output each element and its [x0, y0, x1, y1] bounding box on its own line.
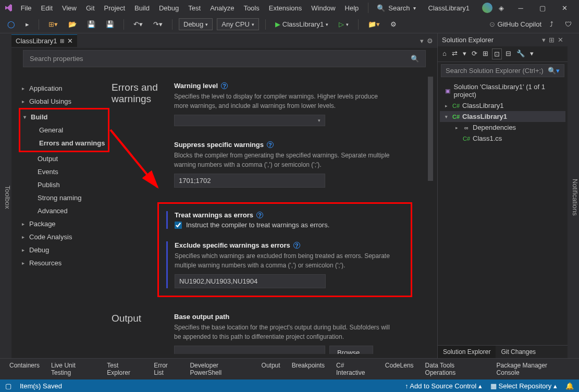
nav-publish[interactable]: Publish: [19, 178, 109, 191]
browse-button[interactable]: Browse...: [329, 346, 373, 354]
copilot-button[interactable]: ⊙GitHub Copilot: [489, 20, 541, 28]
tab-data-tools[interactable]: Data Tools Operations: [420, 360, 490, 378]
panel-close-icon[interactable]: ✕: [558, 36, 563, 44]
tab-test-explorer[interactable]: Test Explorer: [102, 360, 147, 378]
admin-button[interactable]: 🛡: [562, 18, 575, 30]
nav-global-usings[interactable]: Global Usings: [19, 95, 109, 108]
search-properties-input[interactable]: Search properties 🔍: [23, 50, 426, 67]
se-search[interactable]: Search Solution Explorer (Ctrl+;) 🔍▾: [441, 64, 564, 77]
tab-codelens[interactable]: CodeLens: [380, 360, 419, 378]
tree-dependencies[interactable]: ▸ ∞ Dependencies: [440, 122, 565, 133]
nav-errors-warnings[interactable]: Errors and warnings: [20, 137, 108, 150]
info-icon[interactable]: ?: [293, 242, 300, 249]
panel-pin-icon[interactable]: ⊞: [549, 36, 555, 44]
menu-window[interactable]: Window: [307, 2, 339, 14]
tree-solution[interactable]: ▣ Solution 'ClassLibrary1' (1 of 1 proje…: [440, 81, 565, 100]
menu-analyze[interactable]: Analyze: [206, 2, 238, 14]
undo-button[interactable]: ↶▾: [130, 18, 146, 30]
menu-git[interactable]: Git: [82, 2, 99, 14]
tab-pmc[interactable]: Package Manager Console: [491, 360, 575, 378]
nav-code-analysis[interactable]: Code Analysis: [19, 230, 109, 243]
close-button[interactable]: ✕: [554, 1, 575, 15]
back-button[interactable]: ◯: [4, 18, 18, 30]
se-toolbar-btn[interactable]: ▾: [461, 48, 468, 59]
start-button[interactable]: ▶ ClassLibrary1 ▾: [272, 19, 331, 30]
se-sync-icon[interactable]: ⟳: [470, 48, 479, 59]
status-bell-icon[interactable]: 🔔: [565, 382, 574, 390]
base-output-input[interactable]: [174, 346, 325, 354]
nav-debug[interactable]: Debug: [19, 243, 109, 256]
menu-debug[interactable]: Debug: [155, 2, 183, 14]
status-add-source-control[interactable]: ↑ Add to Source Control ▴: [405, 382, 482, 390]
se-showall-icon[interactable]: ⊡: [492, 48, 502, 59]
menu-extensions[interactable]: Extensions: [265, 2, 306, 14]
redo-button[interactable]: ↷▾: [150, 18, 166, 30]
treat-checkbox[interactable]: [175, 222, 182, 229]
nav-events[interactable]: Events: [19, 165, 109, 178]
nav-package[interactable]: Package: [19, 217, 109, 230]
exclude-input[interactable]: [175, 274, 326, 288]
doc-tab-classlibrary1[interactable]: ClassLibrary1 ⊞ ✕: [11, 34, 77, 47]
tab-containers[interactable]: Containers: [4, 360, 45, 378]
start-no-debug-button[interactable]: ▷ ▾: [336, 19, 352, 30]
menu-file[interactable]: File: [17, 2, 36, 14]
menu-project[interactable]: Project: [100, 2, 129, 14]
menu-edit[interactable]: Edit: [37, 2, 57, 14]
menu-help[interactable]: Help: [341, 2, 363, 14]
tab-live-unit-testing[interactable]: Live Unit Testing: [46, 360, 101, 378]
se-home-icon[interactable]: ⌂: [441, 48, 448, 59]
tab-output[interactable]: Output: [256, 360, 286, 378]
panel-dropdown-icon[interactable]: ▾: [542, 36, 546, 44]
se-more-icon[interactable]: ▾: [528, 48, 535, 59]
toolbox-tab[interactable]: Toolbox: [4, 186, 11, 209]
nav-output[interactable]: Output: [19, 152, 109, 165]
scrollbar[interactable]: [428, 77, 433, 181]
new-project-button[interactable]: ⊞▾: [45, 18, 61, 30]
pin-icon[interactable]: ⊞: [60, 38, 64, 44]
folder-button[interactable]: 📁▾: [365, 18, 383, 30]
nav-strong-naming[interactable]: Strong naming: [19, 191, 109, 204]
tab-solution-explorer[interactable]: Solution Explorer: [438, 346, 496, 358]
settings-button[interactable]: ⚙: [387, 18, 400, 30]
se-properties-icon[interactable]: 🔧: [515, 48, 526, 59]
titlebar-search[interactable]: 🔍 Search ▾: [374, 3, 418, 13]
info-icon[interactable]: ?: [221, 82, 228, 89]
tab-dropdown-icon[interactable]: ▾: [420, 37, 424, 45]
tab-dev-powershell[interactable]: Developer PowerShell: [184, 360, 255, 378]
tree-project-active[interactable]: ▾ C# ClassLibrary1: [440, 111, 565, 122]
maximize-button[interactable]: ▢: [532, 1, 553, 15]
minimize-button[interactable]: ─: [510, 1, 531, 15]
tree-project-collapsed[interactable]: ▸ C# ClassLibrary1: [440, 100, 565, 111]
menu-test[interactable]: Test: [184, 2, 205, 14]
nav-resources[interactable]: Resources: [19, 256, 109, 270]
tab-error-list[interactable]: Error List: [149, 360, 183, 378]
nav-advanced[interactable]: Advanced: [19, 204, 109, 217]
diamond-icon[interactable]: ◈: [499, 4, 504, 12]
config-dropdown[interactable]: Debug▾: [179, 18, 213, 30]
platform-dropdown[interactable]: Any CPU▾: [217, 18, 258, 30]
tab-breakpoints[interactable]: Breakpoints: [287, 360, 330, 378]
menu-build[interactable]: Build: [130, 2, 154, 14]
nav-application[interactable]: Application: [19, 82, 109, 95]
tab-settings-icon[interactable]: ⚙: [427, 37, 433, 45]
tree-class1[interactable]: C# Class1.cs: [440, 133, 565, 144]
save-all-button[interactable]: 💾: [103, 18, 117, 30]
menu-view[interactable]: View: [58, 2, 81, 14]
se-collapse-icon[interactable]: ⊟: [504, 48, 513, 59]
menu-tools[interactable]: Tools: [239, 2, 263, 14]
notifications-tab[interactable]: Notifications: [571, 36, 579, 358]
open-button[interactable]: 📂: [65, 18, 80, 30]
tab-git-changes[interactable]: Git Changes: [496, 346, 541, 358]
status-select-repo[interactable]: ▦ Select Repository ▴: [490, 382, 557, 390]
info-icon[interactable]: ?: [267, 141, 274, 148]
forward-button[interactable]: ▸: [22, 18, 32, 30]
nav-general[interactable]: General: [20, 124, 108, 137]
nav-build[interactable]: Build: [20, 111, 108, 124]
warning-level-dropdown[interactable]: ▾: [174, 115, 325, 126]
tab-csharp-interactive[interactable]: C# Interactive: [331, 360, 379, 378]
info-icon[interactable]: ?: [256, 212, 263, 218]
suppress-input[interactable]: [174, 174, 325, 188]
user-avatar-icon[interactable]: [482, 3, 492, 13]
se-switch-icon[interactable]: ⇄: [450, 48, 459, 59]
share-button[interactable]: ⤴: [547, 18, 557, 30]
